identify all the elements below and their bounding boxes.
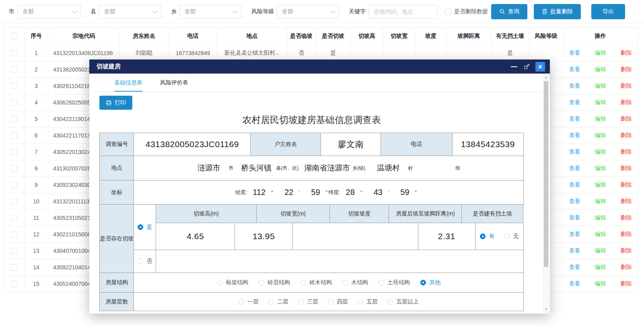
scroll-up-icon[interactable]: ▲ [543, 75, 549, 80]
radio-option[interactable]: 土坯结构 [379, 279, 410, 286]
scrollbar-thumb[interactable] [544, 81, 548, 267]
radio-option[interactable]: 木结构 [342, 279, 368, 286]
view-link[interactable]: 查看 [569, 66, 580, 73]
radio-option[interactable]: 否 [138, 258, 152, 265]
edit-link[interactable]: 编辑 [595, 181, 606, 189]
delete-link[interactable]: 删除 [621, 247, 632, 254]
delete-link[interactable]: 删除 [621, 148, 632, 156]
edit-link[interactable]: 编辑 [595, 132, 606, 139]
township-select[interactable]: 全部 [179, 5, 242, 18]
view-link[interactable]: 查看 [569, 99, 580, 106]
batch-delete-button[interactable]: 批量删除 [534, 4, 581, 19]
row-checkbox[interactable] [11, 215, 17, 221]
row-checkbox[interactable] [11, 83, 17, 89]
delete-link[interactable]: 删除 [621, 115, 632, 123]
delete-link[interactable]: 删除 [621, 231, 632, 238]
radio-option[interactable]: 五层以上 [387, 298, 419, 305]
radio-option[interactable]: 砖混结构 [259, 279, 290, 286]
radio-option[interactable]: 是 [138, 223, 152, 231]
county-select[interactable]: 全部 [99, 5, 161, 18]
row-checkbox-cell [3, 78, 25, 94]
export-button[interactable]: 导出 [591, 4, 625, 19]
edit-link[interactable]: 编辑 [595, 231, 606, 238]
delete-link[interactable]: 删除 [621, 214, 632, 221]
delete-link[interactable]: 删除 [621, 165, 632, 172]
delete-link[interactable]: 删除 [621, 49, 632, 57]
row-checkbox[interactable] [11, 165, 17, 172]
tab-basic-info[interactable]: 基础信息表 [114, 74, 142, 92]
row-checkbox[interactable] [11, 182, 17, 188]
view-link[interactable]: 查看 [569, 181, 580, 189]
delete-link[interactable]: 删除 [621, 198, 632, 205]
edit-link[interactable]: 编辑 [595, 247, 606, 254]
delete-link[interactable]: 删除 [621, 280, 632, 287]
delete-link[interactable]: 删除 [621, 82, 632, 90]
view-link[interactable]: 查看 [569, 231, 580, 238]
row-checkbox[interactable] [11, 99, 17, 106]
radio-option[interactable]: 框架结构 [217, 279, 248, 286]
radio-option[interactable]: 砖木结构 [300, 279, 332, 286]
delete-link[interactable]: 删除 [621, 181, 632, 189]
cell-near-slope: 否 [287, 45, 316, 62]
view-link[interactable]: 查看 [569, 198, 580, 205]
row-checkbox[interactable] [11, 132, 17, 139]
tab-risk-evaluation[interactable]: 风险评价表 [160, 74, 188, 92]
view-link[interactable]: 查看 [569, 132, 580, 139]
row-checkbox[interactable] [11, 116, 17, 122]
show-deleted-checkbox[interactable] [445, 8, 451, 15]
radio-option[interactable]: 无 [504, 233, 518, 240]
radio-option[interactable]: 其他 [420, 279, 440, 286]
township-select-value: 全部 [185, 8, 196, 15]
view-link[interactable]: 查看 [569, 214, 580, 221]
scroll-down-icon[interactable]: ▼ [543, 307, 549, 312]
edit-link[interactable]: 编辑 [595, 148, 606, 156]
keyword-input[interactable] [368, 5, 438, 18]
close-icon[interactable] [535, 62, 545, 72]
row-checkbox[interactable] [11, 149, 17, 155]
print-button[interactable]: 打印 [99, 96, 132, 110]
row-checkbox[interactable] [11, 198, 17, 205]
row-checkbox[interactable] [11, 281, 17, 287]
delete-link[interactable]: 删除 [621, 99, 632, 106]
radio-option[interactable]: 三层 [298, 298, 318, 305]
view-link[interactable]: 查看 [569, 148, 580, 156]
view-link[interactable]: 查看 [569, 247, 580, 254]
edit-link[interactable]: 编辑 [595, 214, 606, 221]
edit-link[interactable]: 编辑 [595, 264, 606, 271]
query-button[interactable]: 查询 [491, 4, 527, 19]
radio-option[interactable]: 一层 [239, 298, 259, 305]
radio-option[interactable]: 有 [480, 233, 494, 240]
edit-link[interactable]: 编辑 [595, 115, 606, 123]
edit-link[interactable]: 编辑 [595, 198, 606, 205]
edit-link[interactable]: 编辑 [595, 66, 606, 73]
row-checkbox[interactable] [11, 50, 17, 56]
delete-link[interactable]: 删除 [621, 132, 632, 139]
view-link[interactable]: 查看 [569, 264, 580, 271]
view-link[interactable]: 查看 [569, 82, 580, 90]
minimize-icon[interactable] [511, 66, 517, 67]
maximize-icon[interactable] [523, 63, 530, 70]
edit-link[interactable]: 编辑 [595, 165, 606, 172]
row-checkbox[interactable] [11, 264, 17, 271]
modal-scrollbar[interactable]: ▲ ▼ [543, 74, 549, 313]
edit-link[interactable]: 编辑 [595, 99, 606, 106]
view-link[interactable]: 查看 [569, 280, 580, 287]
view-link[interactable]: 查看 [569, 165, 580, 172]
edit-link[interactable]: 编辑 [595, 82, 606, 90]
select-all-checkbox[interactable] [11, 33, 17, 39]
radio-option[interactable]: 二层 [268, 298, 288, 305]
city-select[interactable]: 全部 [17, 5, 81, 18]
row-checkbox[interactable] [11, 248, 17, 254]
radio-option[interactable]: 四层 [328, 298, 348, 305]
row-checkbox[interactable] [11, 231, 17, 238]
edit-link[interactable]: 编辑 [595, 280, 606, 287]
row-checkbox[interactable] [11, 66, 17, 73]
radio-option[interactable]: 五层 [358, 298, 378, 305]
edit-link[interactable]: 编辑 [595, 49, 606, 57]
radio-icon [387, 299, 393, 305]
risk-level-select[interactable]: 全部 [277, 5, 339, 18]
delete-link[interactable]: 删除 [621, 264, 632, 271]
delete-link[interactable]: 删除 [621, 66, 632, 73]
view-link[interactable]: 查看 [569, 49, 580, 57]
view-link[interactable]: 查看 [569, 115, 580, 123]
